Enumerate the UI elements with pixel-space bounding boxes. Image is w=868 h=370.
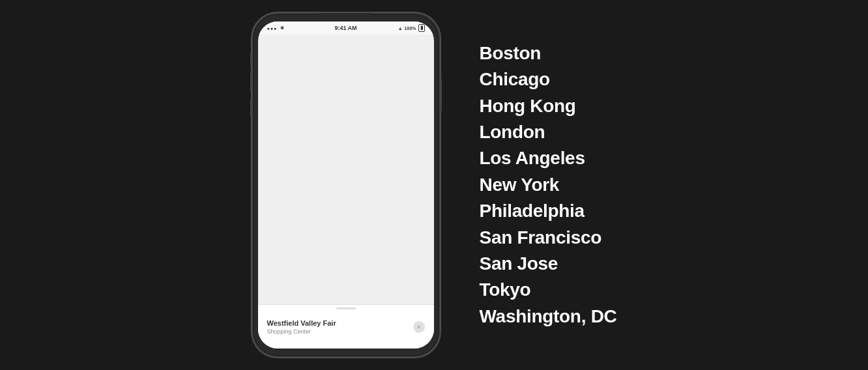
city-item-new-york: New York: [480, 173, 617, 197]
city-item-boston: Boston: [480, 42, 617, 65]
panel-close-button[interactable]: ×: [413, 321, 425, 333]
city-list: Boston Chicago Hong Kong London Los Ange…: [480, 42, 617, 328]
city-item-washington-dc: Washington, DC: [480, 305, 617, 328]
status-battery: ▲ 100% ▮: [398, 24, 425, 32]
iphone-frame: ●●● ⊗ 9:41 AM ▲ 100% ▮: [252, 12, 441, 358]
status-signal: ●●● ⊗: [267, 25, 285, 31]
city-item-london: London: [480, 121, 617, 144]
silent-switch: [250, 53, 252, 66]
venue-name: Westfield Valley Fair: [267, 319, 336, 327]
volume-down-button: [250, 98, 252, 118]
city-item-san-francisco: San Francisco: [480, 226, 617, 249]
main-container: ●●● ⊗ 9:41 AM ▲ 100% ▮: [0, 0, 868, 370]
venue-info: Westfield Valley Fair Shopping Center: [267, 319, 336, 335]
status-time: 9:41 AM: [334, 25, 356, 31]
city-item-los-angeles: Los Angeles: [480, 147, 617, 170]
drag-handle: [336, 307, 356, 309]
status-bar: ●●● ⊗ 9:41 AM ▲ 100% ▮: [258, 21, 434, 35]
city-item-san-jose: San Jose: [480, 252, 617, 276]
iphone-screen: ●●● ⊗ 9:41 AM ▲ 100% ▮: [258, 21, 434, 349]
city-item-hong-kong: Hong Kong: [480, 94, 617, 118]
city-item-chicago: Chicago: [480, 68, 617, 91]
city-item-tokyo: Tokyo: [480, 278, 617, 302]
volume-up-button: [250, 72, 252, 92]
bottom-info-panel[interactable]: Westfield Valley Fair Shopping Center ×: [258, 304, 434, 349]
city-item-philadelphia: Philadelphia: [480, 199, 617, 223]
venue-type: Shopping Center: [267, 328, 336, 335]
